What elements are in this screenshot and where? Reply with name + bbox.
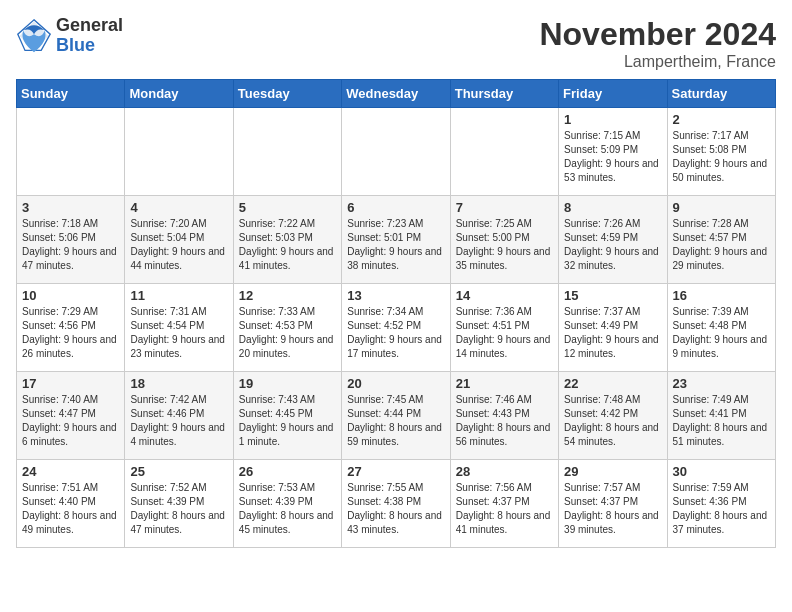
calendar-cell: 15Sunrise: 7:37 AM Sunset: 4:49 PM Dayli… [559, 284, 667, 372]
day-number: 21 [456, 376, 553, 391]
day-info: Sunrise: 7:23 AM Sunset: 5:01 PM Dayligh… [347, 217, 444, 273]
page-header: General Blue November 2024 Lampertheim, … [16, 16, 776, 71]
day-number: 10 [22, 288, 119, 303]
day-number: 3 [22, 200, 119, 215]
day-info: Sunrise: 7:43 AM Sunset: 4:45 PM Dayligh… [239, 393, 336, 449]
calendar-cell: 10Sunrise: 7:29 AM Sunset: 4:56 PM Dayli… [17, 284, 125, 372]
calendar-body: 1Sunrise: 7:15 AM Sunset: 5:09 PM Daylig… [17, 108, 776, 548]
day-number: 1 [564, 112, 661, 127]
day-info: Sunrise: 7:42 AM Sunset: 4:46 PM Dayligh… [130, 393, 227, 449]
day-number: 16 [673, 288, 770, 303]
weekday-header-saturday: Saturday [667, 80, 775, 108]
calendar-cell [450, 108, 558, 196]
day-info: Sunrise: 7:57 AM Sunset: 4:37 PM Dayligh… [564, 481, 661, 537]
day-number: 17 [22, 376, 119, 391]
calendar-cell: 13Sunrise: 7:34 AM Sunset: 4:52 PM Dayli… [342, 284, 450, 372]
day-number: 15 [564, 288, 661, 303]
weekday-header-sunday: Sunday [17, 80, 125, 108]
weekday-header-friday: Friday [559, 80, 667, 108]
calendar-cell: 1Sunrise: 7:15 AM Sunset: 5:09 PM Daylig… [559, 108, 667, 196]
calendar-cell: 5Sunrise: 7:22 AM Sunset: 5:03 PM Daylig… [233, 196, 341, 284]
calendar-cell: 24Sunrise: 7:51 AM Sunset: 4:40 PM Dayli… [17, 460, 125, 548]
logo-text: General Blue [56, 16, 123, 56]
day-number: 5 [239, 200, 336, 215]
calendar-cell: 29Sunrise: 7:57 AM Sunset: 4:37 PM Dayli… [559, 460, 667, 548]
week-row-1: 1Sunrise: 7:15 AM Sunset: 5:09 PM Daylig… [17, 108, 776, 196]
day-number: 20 [347, 376, 444, 391]
weekday-header-thursday: Thursday [450, 80, 558, 108]
day-number: 24 [22, 464, 119, 479]
day-number: 19 [239, 376, 336, 391]
logo-general: General [56, 16, 123, 36]
calendar-cell: 27Sunrise: 7:55 AM Sunset: 4:38 PM Dayli… [342, 460, 450, 548]
day-number: 22 [564, 376, 661, 391]
calendar-cell [342, 108, 450, 196]
day-number: 18 [130, 376, 227, 391]
day-info: Sunrise: 7:59 AM Sunset: 4:36 PM Dayligh… [673, 481, 770, 537]
calendar-cell: 9Sunrise: 7:28 AM Sunset: 4:57 PM Daylig… [667, 196, 775, 284]
day-number: 4 [130, 200, 227, 215]
day-info: Sunrise: 7:56 AM Sunset: 4:37 PM Dayligh… [456, 481, 553, 537]
calendar-cell: 25Sunrise: 7:52 AM Sunset: 4:39 PM Dayli… [125, 460, 233, 548]
day-number: 2 [673, 112, 770, 127]
day-number: 30 [673, 464, 770, 479]
day-info: Sunrise: 7:53 AM Sunset: 4:39 PM Dayligh… [239, 481, 336, 537]
weekday-header-row: SundayMondayTuesdayWednesdayThursdayFrid… [17, 80, 776, 108]
day-number: 25 [130, 464, 227, 479]
calendar-cell: 7Sunrise: 7:25 AM Sunset: 5:00 PM Daylig… [450, 196, 558, 284]
day-number: 14 [456, 288, 553, 303]
calendar-cell: 11Sunrise: 7:31 AM Sunset: 4:54 PM Dayli… [125, 284, 233, 372]
day-info: Sunrise: 7:31 AM Sunset: 4:54 PM Dayligh… [130, 305, 227, 361]
weekday-header-tuesday: Tuesday [233, 80, 341, 108]
calendar-cell: 28Sunrise: 7:56 AM Sunset: 4:37 PM Dayli… [450, 460, 558, 548]
day-info: Sunrise: 7:22 AM Sunset: 5:03 PM Dayligh… [239, 217, 336, 273]
calendar-table: SundayMondayTuesdayWednesdayThursdayFrid… [16, 79, 776, 548]
day-number: 6 [347, 200, 444, 215]
calendar-cell: 4Sunrise: 7:20 AM Sunset: 5:04 PM Daylig… [125, 196, 233, 284]
title-block: November 2024 Lampertheim, France [539, 16, 776, 71]
day-info: Sunrise: 7:28 AM Sunset: 4:57 PM Dayligh… [673, 217, 770, 273]
day-info: Sunrise: 7:20 AM Sunset: 5:04 PM Dayligh… [130, 217, 227, 273]
calendar-cell: 14Sunrise: 7:36 AM Sunset: 4:51 PM Dayli… [450, 284, 558, 372]
calendar-cell: 16Sunrise: 7:39 AM Sunset: 4:48 PM Dayli… [667, 284, 775, 372]
day-number: 8 [564, 200, 661, 215]
logo: General Blue [16, 16, 123, 56]
day-info: Sunrise: 7:25 AM Sunset: 5:00 PM Dayligh… [456, 217, 553, 273]
calendar-cell: 19Sunrise: 7:43 AM Sunset: 4:45 PM Dayli… [233, 372, 341, 460]
calendar-cell: 12Sunrise: 7:33 AM Sunset: 4:53 PM Dayli… [233, 284, 341, 372]
day-info: Sunrise: 7:51 AM Sunset: 4:40 PM Dayligh… [22, 481, 119, 537]
day-number: 13 [347, 288, 444, 303]
day-number: 9 [673, 200, 770, 215]
weekday-header-monday: Monday [125, 80, 233, 108]
week-row-3: 10Sunrise: 7:29 AM Sunset: 4:56 PM Dayli… [17, 284, 776, 372]
logo-blue: Blue [56, 36, 123, 56]
calendar-cell: 2Sunrise: 7:17 AM Sunset: 5:08 PM Daylig… [667, 108, 775, 196]
day-info: Sunrise: 7:48 AM Sunset: 4:42 PM Dayligh… [564, 393, 661, 449]
day-number: 27 [347, 464, 444, 479]
day-info: Sunrise: 7:55 AM Sunset: 4:38 PM Dayligh… [347, 481, 444, 537]
day-info: Sunrise: 7:39 AM Sunset: 4:48 PM Dayligh… [673, 305, 770, 361]
day-number: 23 [673, 376, 770, 391]
day-number: 28 [456, 464, 553, 479]
calendar-cell: 21Sunrise: 7:46 AM Sunset: 4:43 PM Dayli… [450, 372, 558, 460]
calendar-cell: 30Sunrise: 7:59 AM Sunset: 4:36 PM Dayli… [667, 460, 775, 548]
day-info: Sunrise: 7:52 AM Sunset: 4:39 PM Dayligh… [130, 481, 227, 537]
day-info: Sunrise: 7:15 AM Sunset: 5:09 PM Dayligh… [564, 129, 661, 185]
logo-icon [16, 18, 52, 54]
day-info: Sunrise: 7:40 AM Sunset: 4:47 PM Dayligh… [22, 393, 119, 449]
calendar-cell: 20Sunrise: 7:45 AM Sunset: 4:44 PM Dayli… [342, 372, 450, 460]
month-title: November 2024 [539, 16, 776, 53]
location-subtitle: Lampertheim, France [539, 53, 776, 71]
day-number: 29 [564, 464, 661, 479]
calendar-cell: 18Sunrise: 7:42 AM Sunset: 4:46 PM Dayli… [125, 372, 233, 460]
week-row-5: 24Sunrise: 7:51 AM Sunset: 4:40 PM Dayli… [17, 460, 776, 548]
calendar-cell: 17Sunrise: 7:40 AM Sunset: 4:47 PM Dayli… [17, 372, 125, 460]
calendar-header: SundayMondayTuesdayWednesdayThursdayFrid… [17, 80, 776, 108]
calendar-cell [125, 108, 233, 196]
day-info: Sunrise: 7:33 AM Sunset: 4:53 PM Dayligh… [239, 305, 336, 361]
calendar-cell: 26Sunrise: 7:53 AM Sunset: 4:39 PM Dayli… [233, 460, 341, 548]
day-info: Sunrise: 7:17 AM Sunset: 5:08 PM Dayligh… [673, 129, 770, 185]
day-info: Sunrise: 7:37 AM Sunset: 4:49 PM Dayligh… [564, 305, 661, 361]
day-info: Sunrise: 7:36 AM Sunset: 4:51 PM Dayligh… [456, 305, 553, 361]
day-number: 11 [130, 288, 227, 303]
